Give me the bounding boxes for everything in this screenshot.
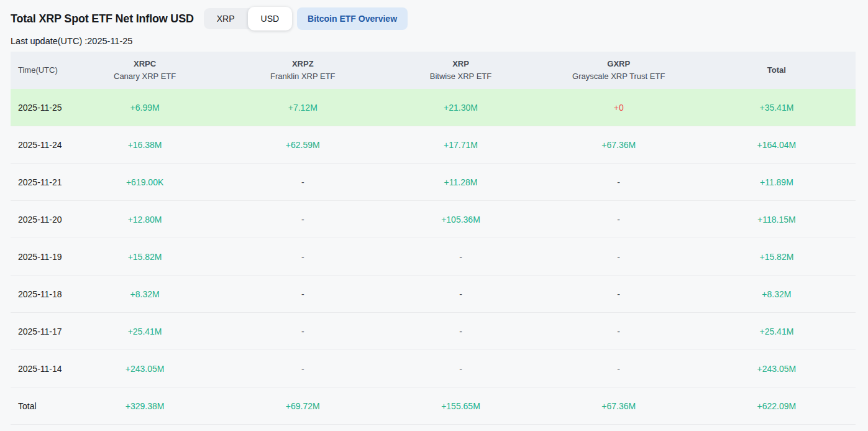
inflow-value: +0	[540, 103, 698, 113]
inflow-value: -	[540, 252, 698, 262]
header-cell-xrpc: XRPCCanary XRP ETF	[66, 58, 224, 82]
inflow-value: -	[540, 289, 698, 299]
header-cell-time: Time(UTC)	[11, 65, 66, 76]
table-row: 2025-11-20+12.80M-+105.36M-+118.15M	[11, 201, 856, 238]
column-ticker: GXRP	[540, 58, 698, 70]
inflow-value: +6.99M	[66, 103, 224, 113]
row-date: 2025-11-20	[11, 215, 66, 225]
inflow-value: +619.00K	[66, 177, 224, 187]
column-etf-name: Grayscale XRP Trust ETF	[540, 71, 698, 82]
column-etf-name: Canary XRP ETF	[66, 71, 224, 82]
table-body: 2025-11-25+6.99M+7.12M+21.30M+0+35.41M20…	[11, 89, 856, 425]
row-date: 2025-11-17	[11, 327, 66, 336]
inflow-value: +67.36M	[540, 140, 698, 150]
total-row: Total+329.38M+69.72M+155.65M+67.36M+622.…	[11, 387, 856, 425]
inflow-value: +329.38M	[66, 401, 224, 411]
header-cell-xrpz: XRPZFranklin XRP ETF	[224, 58, 381, 82]
inflow-value: +15.82M	[698, 252, 856, 262]
inflow-value: -	[224, 252, 381, 262]
column-ticker: XRPZ	[224, 58, 381, 70]
row-date: 2025-11-19	[11, 252, 66, 262]
toggle-option-xrp[interactable]: XRP	[204, 8, 248, 29]
inflow-value: +622.09M	[698, 401, 856, 411]
bitcoin-etf-overview-button[interactable]: Bitcoin ETF Overview	[297, 7, 408, 30]
header-cell-xrp: XRPBitwise XRP ETF	[381, 58, 539, 82]
row-date: 2025-11-21	[11, 177, 66, 187]
table-row: 2025-11-24+16.38M+62.59M+17.71M+67.36M+1…	[11, 126, 856, 164]
row-date: 2025-11-25	[11, 103, 66, 113]
inflow-value: +7.12M	[224, 103, 381, 113]
table-row: 2025-11-17+25.41M---+25.41M	[11, 313, 856, 350]
inflow-value: +62.59M	[224, 140, 381, 150]
table-header: Time(UTC)XRPCCanary XRP ETFXRPZFranklin …	[11, 52, 856, 89]
inflow-value: -	[540, 177, 698, 187]
inflow-value: +16.38M	[66, 140, 224, 150]
inflow-value: +155.65M	[381, 401, 539, 411]
topbar: Total XRP Spot ETF Net Inflow USD XRP US…	[11, 6, 856, 31]
inflow-value: -	[224, 177, 381, 187]
page-title: Total XRP Spot ETF Net Inflow USD	[11, 12, 194, 25]
inflow-value: -	[540, 364, 698, 374]
table-row: 2025-11-14+243.05M---+243.05M	[11, 350, 856, 387]
inflow-value: +11.89M	[698, 177, 856, 187]
currency-toggle: XRP USD	[204, 8, 292, 29]
table-row: 2025-11-18+8.32M---+8.32M	[11, 276, 856, 313]
column-ticker: XRPC	[66, 58, 224, 70]
inflow-value: +12.80M	[66, 215, 224, 225]
inflow-value: -	[224, 327, 381, 336]
column-etf-name: Bitwise XRP ETF	[381, 71, 539, 82]
inflow-value: +8.32M	[698, 289, 856, 299]
column-ticker: Total	[698, 65, 856, 76]
table-row: 2025-11-21+619.00K-+11.28M-+11.89M	[11, 164, 856, 201]
column-etf-name: Franklin XRP ETF	[224, 71, 381, 82]
inflow-value: -	[224, 289, 381, 299]
inflow-value: +17.71M	[381, 140, 539, 150]
inflow-value: -	[381, 327, 539, 336]
last-update-label: Last update(UTC) :2025-11-25	[11, 36, 856, 46]
inflow-value: +243.05M	[698, 364, 856, 374]
inflow-value: +25.41M	[698, 327, 856, 336]
row-date: 2025-11-24	[11, 140, 66, 150]
inflow-value: +35.41M	[698, 103, 856, 113]
inflow-value: +243.05M	[66, 364, 224, 374]
toggle-option-usd[interactable]: USD	[248, 7, 293, 30]
row-date: 2025-11-14	[11, 364, 66, 374]
inflow-value: +11.28M	[381, 177, 539, 187]
header-cell-gxrp: GXRPGrayscale XRP Trust ETF	[540, 58, 698, 82]
inflow-value: +8.32M	[66, 289, 224, 299]
header-cell-total: Total	[698, 65, 856, 76]
inflow-value: +21.30M	[381, 103, 539, 113]
inflow-value: -	[381, 289, 539, 299]
inflow-value: +67.36M	[540, 401, 698, 411]
inflow-value: -	[224, 364, 381, 374]
table-row: 2025-11-25+6.99M+7.12M+21.30M+0+35.41M	[11, 89, 856, 126]
table-row: 2025-11-19+15.82M---+15.82M	[11, 238, 856, 276]
inflow-value: -	[381, 252, 539, 262]
inflow-table: Time(UTC)XRPCCanary XRP ETFXRPZFranklin …	[11, 52, 856, 425]
column-ticker: XRP	[381, 58, 539, 70]
row-date: 2025-11-18	[11, 289, 66, 299]
inflow-value: +118.15M	[698, 215, 856, 225]
inflow-value: -	[540, 215, 698, 225]
inflow-value: -	[224, 215, 381, 225]
total-label: Total	[11, 401, 66, 411]
inflow-value: +25.41M	[66, 327, 224, 336]
page: Total XRP Spot ETF Net Inflow USD XRP US…	[0, 0, 868, 425]
inflow-value: -	[381, 364, 539, 374]
inflow-value: +69.72M	[224, 401, 381, 411]
inflow-value: -	[540, 327, 698, 336]
inflow-value: +15.82M	[66, 252, 224, 262]
inflow-value: +105.36M	[381, 215, 539, 225]
inflow-value: +164.04M	[698, 140, 856, 150]
